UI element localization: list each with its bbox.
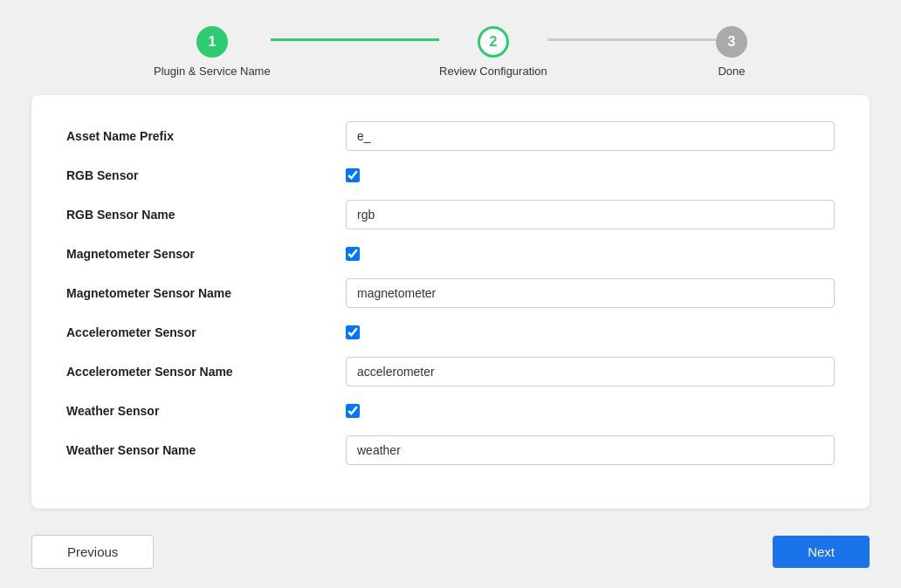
step-2: 2 Review Configuration [439, 26, 547, 78]
label-magnetometer-sensor-name: Magnetometer Sensor Name [66, 286, 346, 300]
step-line-2 [547, 38, 716, 41]
checkbox-rgb-sensor[interactable] [346, 168, 360, 182]
step-1-circle: 1 [196, 26, 228, 58]
label-weather-sensor-name: Weather Sensor Name [66, 443, 346, 457]
form-row-asset-name-prefix: Asset Name Prefix [66, 121, 835, 151]
step-line-1 [271, 38, 439, 41]
checkbox-magnetometer-sensor[interactable] [346, 247, 360, 261]
step-2-circle: 2 [478, 26, 509, 58]
form-container: Asset Name PrefixRGB SensorRGB Sensor Na… [66, 121, 835, 465]
config-card: Asset Name PrefixRGB SensorRGB Sensor Na… [31, 95, 870, 509]
footer: Previous Next [31, 535, 870, 569]
input-accelerometer-sensor-name[interactable] [346, 357, 835, 386]
checkbox-weather-sensor[interactable] [346, 404, 360, 418]
label-magnetometer-sensor: Magnetometer Sensor [66, 247, 346, 261]
label-accelerometer-sensor: Accelerometer Sensor [66, 325, 346, 339]
input-rgb-sensor-name[interactable] [346, 200, 835, 229]
step-3-circle: 3 [716, 26, 747, 58]
checkbox-accelerometer-sensor[interactable] [346, 325, 360, 339]
step-3: 3 Done [716, 26, 747, 78]
input-asset-name-prefix[interactable] [346, 121, 835, 151]
form-row-magnetometer-sensor-name: Magnetometer Sensor Name [66, 278, 835, 308]
step-1: 1 Plugin & Service Name [154, 26, 271, 78]
form-row-rgb-sensor: RGB Sensor [66, 168, 835, 182]
form-row-rgb-sensor-name: RGB Sensor Name [66, 200, 835, 229]
previous-button[interactable]: Previous [31, 535, 154, 569]
label-accelerometer-sensor-name: Accelerometer Sensor Name [66, 365, 346, 379]
input-magnetometer-sensor-name[interactable] [346, 278, 835, 308]
label-rgb-sensor: RGB Sensor [66, 168, 346, 182]
label-rgb-sensor-name: RGB Sensor Name [66, 208, 346, 222]
step-3-label: Done [718, 65, 745, 78]
form-row-weather-sensor-name: Weather Sensor Name [66, 435, 835, 465]
step-1-label: Plugin & Service Name [154, 65, 271, 78]
step-2-label: Review Configuration [439, 65, 547, 78]
stepper: 1 Plugin & Service Name 2 Review Configu… [0, 0, 901, 95]
label-asset-name-prefix: Asset Name Prefix [66, 129, 346, 143]
next-button[interactable]: Next [773, 536, 870, 568]
form-row-magnetometer-sensor: Magnetometer Sensor [66, 247, 835, 261]
form-row-accelerometer-sensor-name: Accelerometer Sensor Name [66, 357, 835, 386]
form-row-weather-sensor: Weather Sensor [66, 404, 835, 418]
form-row-accelerometer-sensor: Accelerometer Sensor [66, 325, 835, 339]
label-weather-sensor: Weather Sensor [66, 404, 346, 418]
input-weather-sensor-name[interactable] [346, 435, 835, 465]
